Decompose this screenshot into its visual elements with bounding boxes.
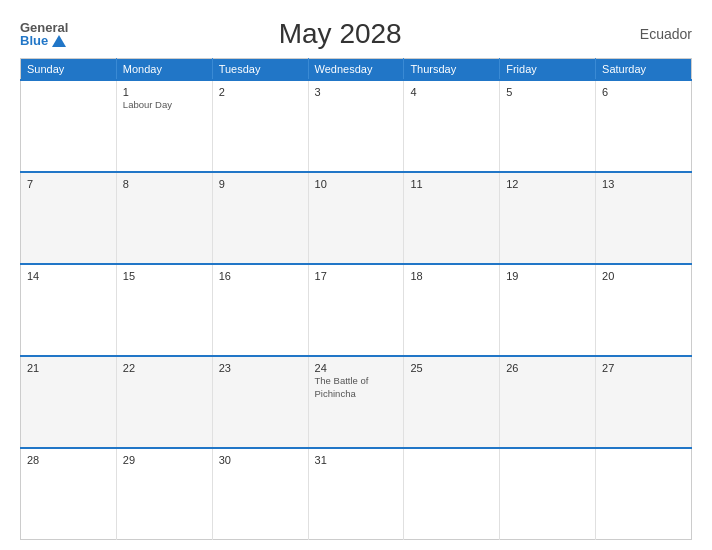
col-saturday: Saturday	[596, 59, 692, 81]
calendar-cell: 16	[212, 264, 308, 356]
calendar-week-row: 78910111213	[21, 172, 692, 264]
calendar-table: Sunday Monday Tuesday Wednesday Thursday…	[20, 58, 692, 540]
calendar-cell: 11	[404, 172, 500, 264]
col-tuesday: Tuesday	[212, 59, 308, 81]
calendar-cell: 15	[116, 264, 212, 356]
day-number: 27	[602, 362, 685, 374]
day-number: 2	[219, 86, 302, 98]
calendar-week-row: 21222324The Battle of Pichincha252627	[21, 356, 692, 448]
calendar-cell: 7	[21, 172, 117, 264]
day-number: 18	[410, 270, 493, 282]
calendar-cell: 18	[404, 264, 500, 356]
event-label: Labour Day	[123, 99, 172, 110]
calendar-cell: 25	[404, 356, 500, 448]
calendar-cell: 22	[116, 356, 212, 448]
day-number: 29	[123, 454, 206, 466]
calendar-cell: 14	[21, 264, 117, 356]
calendar-cell: 30	[212, 448, 308, 540]
header: General Blue May 2028 Ecuador	[20, 18, 692, 50]
day-number: 21	[27, 362, 110, 374]
calendar-cell	[404, 448, 500, 540]
logo-triangle-icon	[52, 35, 66, 47]
page: General Blue May 2028 Ecuador Sunday Mon…	[0, 0, 712, 550]
day-number: 28	[27, 454, 110, 466]
day-number: 14	[27, 270, 110, 282]
calendar-cell: 6	[596, 80, 692, 172]
calendar-cell: 24The Battle of Pichincha	[308, 356, 404, 448]
calendar-cell: 29	[116, 448, 212, 540]
day-number: 31	[315, 454, 398, 466]
calendar-cell	[21, 80, 117, 172]
day-number: 5	[506, 86, 589, 98]
calendar-week-row: 14151617181920	[21, 264, 692, 356]
col-friday: Friday	[500, 59, 596, 81]
day-number: 19	[506, 270, 589, 282]
calendar-cell: 12	[500, 172, 596, 264]
day-number: 10	[315, 178, 398, 190]
calendar-title: May 2028	[68, 18, 612, 50]
day-number: 25	[410, 362, 493, 374]
day-number: 4	[410, 86, 493, 98]
day-number: 7	[27, 178, 110, 190]
calendar-cell: 17	[308, 264, 404, 356]
day-number: 12	[506, 178, 589, 190]
logo: General Blue	[20, 21, 68, 47]
col-wednesday: Wednesday	[308, 59, 404, 81]
calendar-cell: 20	[596, 264, 692, 356]
calendar-cell: 23	[212, 356, 308, 448]
calendar-cell	[500, 448, 596, 540]
calendar-cell: 1Labour Day	[116, 80, 212, 172]
day-number: 6	[602, 86, 685, 98]
day-number: 30	[219, 454, 302, 466]
calendar-header: Sunday Monday Tuesday Wednesday Thursday…	[21, 59, 692, 81]
calendar-cell	[596, 448, 692, 540]
calendar-cell: 2	[212, 80, 308, 172]
day-number: 9	[219, 178, 302, 190]
calendar-cell: 10	[308, 172, 404, 264]
calendar-cell: 13	[596, 172, 692, 264]
calendar-cell: 31	[308, 448, 404, 540]
day-number: 15	[123, 270, 206, 282]
day-number: 11	[410, 178, 493, 190]
calendar-cell: 19	[500, 264, 596, 356]
calendar-cell: 4	[404, 80, 500, 172]
day-number: 17	[315, 270, 398, 282]
col-monday: Monday	[116, 59, 212, 81]
day-number: 23	[219, 362, 302, 374]
calendar-cell: 28	[21, 448, 117, 540]
calendar-cell: 26	[500, 356, 596, 448]
calendar-cell: 8	[116, 172, 212, 264]
day-number: 26	[506, 362, 589, 374]
calendar-cell: 3	[308, 80, 404, 172]
country-label: Ecuador	[612, 26, 692, 42]
calendar-cell: 5	[500, 80, 596, 172]
calendar-cell: 27	[596, 356, 692, 448]
col-sunday: Sunday	[21, 59, 117, 81]
col-thursday: Thursday	[404, 59, 500, 81]
day-number: 3	[315, 86, 398, 98]
calendar-cell: 9	[212, 172, 308, 264]
calendar-week-row: 1Labour Day23456	[21, 80, 692, 172]
calendar-body: 1Labour Day23456789101112131415161718192…	[21, 80, 692, 540]
day-number: 24	[315, 362, 398, 374]
day-number: 20	[602, 270, 685, 282]
calendar-header-row: Sunday Monday Tuesday Wednesday Thursday…	[21, 59, 692, 81]
day-number: 1	[123, 86, 206, 98]
day-number: 16	[219, 270, 302, 282]
day-number: 13	[602, 178, 685, 190]
day-number: 22	[123, 362, 206, 374]
calendar-week-row: 28293031	[21, 448, 692, 540]
calendar-cell: 21	[21, 356, 117, 448]
logo-blue-text: Blue	[20, 34, 66, 47]
event-label: The Battle of Pichincha	[315, 375, 369, 399]
day-number: 8	[123, 178, 206, 190]
